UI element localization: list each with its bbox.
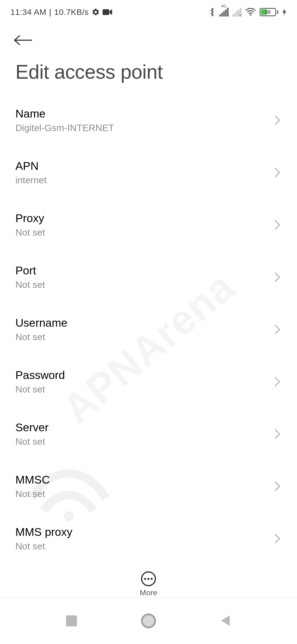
wifi-icon bbox=[245, 8, 256, 16]
more-label: More bbox=[140, 588, 157, 597]
row-name[interactable]: Name Digitel-Gsm-INTERNET bbox=[15, 94, 282, 146]
more-button[interactable]: More bbox=[140, 571, 157, 597]
chevron-right-icon bbox=[273, 218, 282, 231]
status-time: 11:34 AM bbox=[10, 7, 46, 17]
system-nav-bar bbox=[0, 597, 297, 644]
status-bar: 11:34 AM | 10.7KB/s 4G ✕ 38 bbox=[0, 0, 297, 19]
chevron-right-icon bbox=[273, 532, 282, 545]
row-mms-proxy[interactable]: MMS proxy Not set bbox=[15, 512, 282, 565]
network-type-label: 4G bbox=[221, 4, 226, 8]
more-icon bbox=[141, 571, 156, 586]
camera-icon bbox=[103, 9, 112, 16]
row-value: Not set bbox=[15, 227, 268, 238]
row-value: Not set bbox=[15, 332, 268, 342]
row-label: Name bbox=[15, 107, 268, 120]
row-password[interactable]: Password Not set bbox=[15, 356, 282, 408]
battery-percent: 38 bbox=[260, 9, 275, 15]
row-label: Proxy bbox=[15, 212, 268, 225]
row-value: Not set bbox=[15, 279, 268, 290]
row-label: MMS proxy bbox=[15, 526, 268, 539]
chevron-right-icon bbox=[273, 271, 282, 284]
svg-point-1 bbox=[250, 15, 251, 16]
row-apn[interactable]: APN internet bbox=[15, 146, 282, 199]
row-value: Not set bbox=[15, 436, 268, 447]
row-label: MMSC bbox=[15, 473, 268, 486]
nav-home-button[interactable] bbox=[138, 610, 160, 632]
row-port[interactable]: Port Not set bbox=[15, 251, 282, 303]
chevron-right-icon bbox=[273, 480, 282, 493]
circle-icon bbox=[141, 613, 156, 628]
row-server[interactable]: Server Not set bbox=[15, 408, 282, 460]
row-value: Not set bbox=[15, 384, 268, 395]
chevron-right-icon bbox=[273, 166, 282, 179]
row-proxy[interactable]: Proxy Not set bbox=[15, 199, 282, 251]
chevron-right-icon bbox=[273, 375, 282, 388]
row-label: Username bbox=[15, 316, 268, 329]
back-button[interactable] bbox=[12, 29, 34, 51]
chevron-right-icon bbox=[273, 114, 282, 127]
chevron-right-icon bbox=[273, 427, 282, 441]
back-arrow-icon bbox=[13, 34, 33, 47]
bottom-action-bar: More bbox=[0, 563, 297, 597]
row-label: Password bbox=[15, 369, 268, 382]
row-username[interactable]: Username Not set bbox=[15, 303, 282, 356]
row-label: Server bbox=[15, 421, 268, 434]
settings-list: Name Digitel-Gsm-INTERNET APN internet P… bbox=[0, 94, 297, 565]
status-separator: | bbox=[49, 7, 51, 17]
page-title: Edit access point bbox=[0, 51, 297, 94]
row-label: APN bbox=[15, 160, 268, 173]
status-right: 4G ✕ 38 bbox=[208, 8, 287, 17]
row-value: internet bbox=[15, 175, 268, 185]
chevron-right-icon bbox=[273, 323, 282, 336]
square-icon bbox=[66, 615, 77, 626]
status-net-speed: 10.7KB/s bbox=[54, 7, 89, 17]
charging-bolt-icon bbox=[282, 9, 287, 16]
row-value: Not set bbox=[15, 541, 268, 552]
triangle-back-icon bbox=[220, 614, 231, 628]
battery-icon: 38 bbox=[260, 8, 278, 16]
bluetooth-icon bbox=[208, 8, 216, 16]
row-mmsc[interactable]: MMSC Not set bbox=[15, 460, 282, 512]
nav-recents-button[interactable] bbox=[61, 610, 82, 632]
nav-back-button[interactable] bbox=[215, 610, 237, 632]
row-value: Digitel-Gsm-INTERNET bbox=[15, 122, 268, 133]
gear-icon bbox=[92, 8, 100, 16]
signal-sim1-icon: 4G bbox=[219, 8, 229, 17]
svg-rect-0 bbox=[103, 9, 109, 15]
signal-sim2-icon: ✕ bbox=[232, 8, 241, 17]
row-label: Port bbox=[15, 264, 268, 277]
row-value: Not set bbox=[15, 489, 268, 499]
status-left: 11:34 AM | 10.7KB/s bbox=[10, 7, 112, 17]
